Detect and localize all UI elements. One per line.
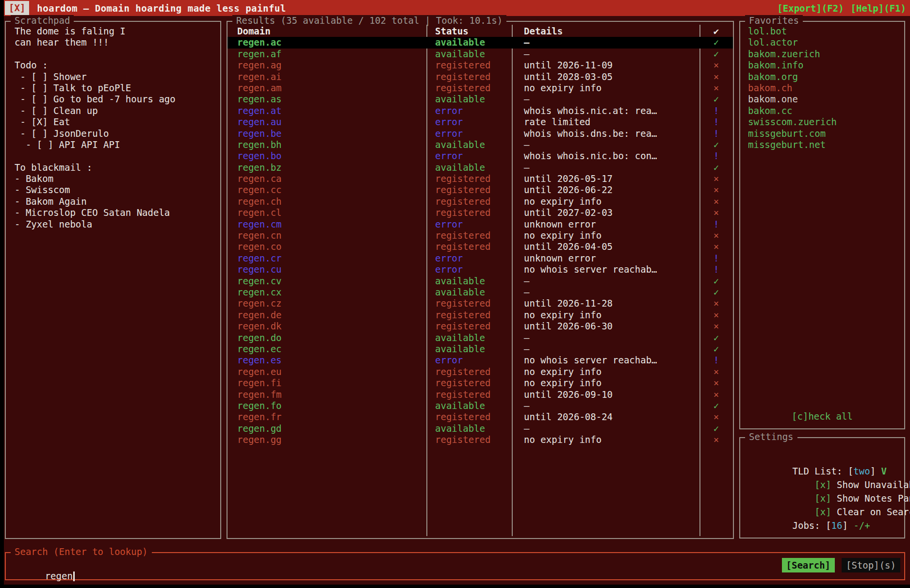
checkbox-icon[interactable]: [x] (814, 479, 831, 490)
table-row[interactable]: regen.es error no whois server reachab… … (228, 355, 733, 366)
favorite-item[interactable]: missgeburt.net (740, 139, 904, 150)
search-panel: Search (Enter to lookup) regen [Search] … (5, 552, 905, 580)
status-mark-icon: ✓ (699, 423, 733, 434)
table-row[interactable]: regen.am registered no expiry info × (228, 82, 733, 94)
favorite-item[interactable]: bakom.info (740, 60, 904, 71)
domain-cell: regen.gg (228, 434, 426, 445)
favorite-item[interactable]: bakom.one (740, 94, 904, 105)
search-input[interactable]: regen (12, 560, 75, 588)
table-row[interactable]: regen.cc registered until 2026-06-22 × (228, 184, 733, 196)
scratchpad-line: - [ ] Shower (15, 71, 220, 82)
domain-cell: regen.cu (228, 264, 426, 275)
favorites-panel: Favorites lol.bot lol.actor bakom.zueric… (739, 21, 905, 429)
domain-cell: regen.cv (228, 276, 426, 287)
details-cell: — (512, 94, 699, 105)
table-row[interactable]: regen.cv available — ✓ (228, 276, 733, 287)
check-all-button[interactable]: [c]heck all (740, 411, 904, 422)
tld-dropdown-indicator[interactable]: V (881, 466, 887, 476)
table-row[interactable]: regen.fi registered no expiry info × (228, 377, 733, 389)
details-cell: no expiry info (512, 230, 699, 241)
status-cell: registered (426, 173, 512, 184)
jobs-decrement-increment[interactable]: -/+ (853, 520, 870, 531)
table-row[interactable]: regen.gg registered no expiry info × (228, 434, 733, 445)
favorite-item[interactable]: bakom.zuerich (740, 49, 904, 60)
table-row[interactable]: regen.be error whois whois.dns.be: rea… … (228, 128, 733, 139)
status-mark-icon: × (699, 60, 733, 71)
status-cell: available (426, 400, 512, 411)
details-cell: until 2028-03-05 (512, 71, 699, 82)
table-row[interactable]: regen.cu error no whois server reachab… … (228, 264, 733, 275)
table-row[interactable]: regen.as available — ✓ (228, 94, 733, 105)
table-row[interactable]: regen.ac available — ✓ (228, 37, 733, 48)
tld-list-value[interactable]: two (853, 466, 870, 476)
table-row[interactable]: regen.co registered until 2026-04-05 × (228, 241, 733, 252)
favorite-item[interactable]: bakom.cc (740, 105, 904, 116)
status-mark-icon: × (699, 71, 733, 82)
scratchpad-line: - [ ] Go to bed -7 hours ago (15, 94, 220, 105)
close-button[interactable]: [X] (5, 1, 29, 15)
favorite-item[interactable]: missgeburt.com (740, 128, 904, 139)
table-row[interactable]: regen.bh available — ✓ (228, 139, 733, 150)
status-mark-icon: × (699, 389, 733, 400)
jobs-label: Jobs: (793, 520, 826, 531)
favorite-item[interactable]: bakom.org (740, 71, 904, 82)
domain-cell: regen.fm (228, 389, 426, 400)
table-row[interactable]: regen.cn registered no expiry info × (228, 230, 733, 241)
search-title: Search (Enter to lookup) (11, 546, 152, 557)
table-row[interactable]: regen.cm error unknown error ! (228, 219, 733, 230)
table-row[interactable]: regen.ag registered until 2026-11-09 × (228, 60, 733, 71)
favorite-item[interactable]: lol.actor (740, 37, 904, 48)
search-actions: [Search] [Stop](s) (782, 558, 900, 572)
results-panel: Results (35 available / 102 total | Took… (227, 21, 734, 539)
table-row[interactable]: regen.dk registered until 2026-06-30 × (228, 321, 733, 332)
table-row[interactable]: regen.ch registered no expiry info × (228, 196, 733, 207)
table-row[interactable]: regen.cl registered until 2027-02-03 × (228, 207, 733, 218)
favorites-list: lol.bot lol.actor bakom.zuerich bakom.in… (740, 22, 904, 150)
domain-cell: regen.fo (228, 400, 426, 411)
column-header-check-icon: ✔ (699, 26, 733, 37)
stop-button[interactable]: [Stop](s) (842, 558, 900, 572)
status-cell: registered (426, 196, 512, 207)
table-row[interactable]: regen.cr error unknown error ! (228, 253, 733, 264)
table-row[interactable]: regen.au error rate limited ! (228, 116, 733, 128)
table-row[interactable]: regen.ec available — ✓ (228, 343, 733, 355)
status-mark-icon: × (699, 207, 733, 218)
status-mark-icon: × (699, 366, 733, 377)
favorite-item[interactable]: lol.bot (740, 26, 904, 37)
domain-cell: regen.es (228, 355, 426, 366)
checkbox-icon[interactable]: [x] (814, 493, 831, 504)
table-row[interactable]: regen.fo available — ✓ (228, 400, 733, 411)
domain-cell: regen.fr (228, 411, 426, 423)
table-row[interactable]: regen.at error whois whois.nic.at: rea… … (228, 105, 733, 116)
tld-list-setting[interactable]: TLD List: [two] V (748, 451, 904, 464)
status-mark-icon: ! (699, 150, 733, 162)
table-row[interactable]: regen.bz available — ✓ (228, 162, 733, 173)
favorite-item[interactable]: bakom.ch (740, 82, 904, 94)
scratchpad-line: - [ ] API API API (15, 139, 220, 150)
details-cell: no whois server reachab… (512, 355, 699, 366)
table-row[interactable]: regen.eu registered no expiry info × (228, 366, 733, 377)
help-button[interactable]: [Help](F1) (851, 3, 906, 14)
table-row[interactable]: regen.bo error whois whois.nic.bo: con… … (228, 150, 733, 162)
scratchpad-text-area[interactable]: The dome is faling I can hear them !!! T… (6, 22, 220, 230)
table-row[interactable]: regen.cx available — ✓ (228, 287, 733, 298)
table-row[interactable]: regen.cz registered until 2026-11-28 × (228, 298, 733, 309)
status-mark-icon: ✓ (699, 400, 733, 411)
table-row[interactable]: regen.fr registered until 2026-08-24 × (228, 411, 733, 423)
table-row[interactable]: regen.ai registered until 2028-03-05 × (228, 71, 733, 82)
table-row[interactable]: regen.do available — ✓ (228, 332, 733, 343)
search-button[interactable]: [Search] (782, 558, 835, 572)
table-row[interactable]: regen.af available — ✓ (228, 49, 733, 60)
scratchpad-line: - [ ] Talk to pEoPlE (15, 82, 220, 94)
details-cell: whois whois.nic.bo: con… (512, 150, 699, 162)
table-row[interactable]: regen.fm registered until 2026-09-10 × (228, 389, 733, 400)
bracket: [ (826, 520, 831, 531)
table-row[interactable]: regen.ca registered until 2026-05-17 × (228, 173, 733, 184)
status-mark-icon: ✓ (699, 49, 733, 60)
export-button[interactable]: [Export](F2) (777, 3, 844, 14)
domain-cell: regen.be (228, 128, 426, 139)
table-row[interactable]: regen.de registered no expiry info × (228, 310, 733, 321)
table-row[interactable]: regen.gd available — ✓ (228, 423, 733, 434)
checkbox-icon[interactable]: [x] (814, 506, 831, 517)
favorite-item[interactable]: swisscom.zuerich (740, 116, 904, 128)
